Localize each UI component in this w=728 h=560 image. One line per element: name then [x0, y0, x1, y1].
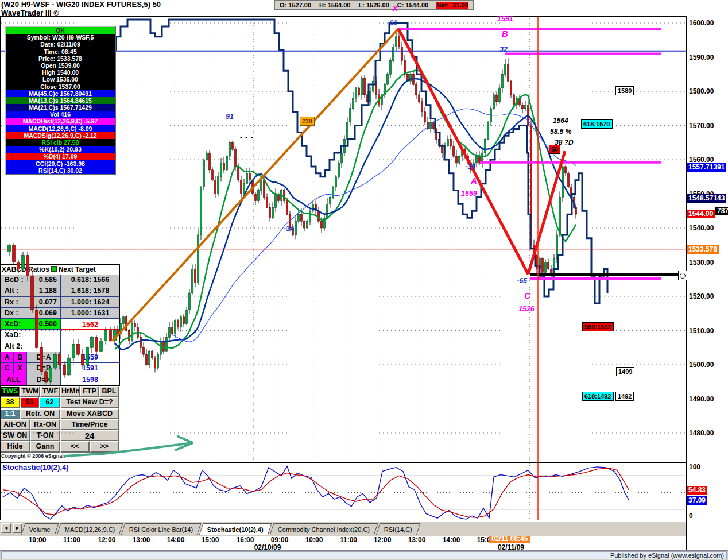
candle-body: [292, 228, 294, 235]
button-swon[interactable]: SW ON: [0, 430, 30, 441]
time-label: 15:00: [202, 536, 219, 544]
price-tick: 1540.00: [689, 224, 714, 232]
d-label-cell: D=X: [26, 374, 61, 385]
chart-annotation-C: C: [524, 291, 530, 300]
info-row: MA(13,C)s 1564.84615: [6, 97, 115, 104]
quote-o: O: 1527.00: [280, 2, 311, 9]
button-timeprice[interactable]: Time/Price: [60, 419, 119, 430]
point-button-x[interactable]: X: [14, 363, 27, 374]
candle-body: [321, 221, 323, 228]
chart-badge-1492: 1492: [615, 392, 634, 401]
chart-annotation-38D: 38 ?D: [555, 138, 574, 146]
tab-macd12269c[interactable]: MACD(12,26,9,C): [56, 523, 123, 535]
button-twm[interactable]: TWM: [20, 386, 40, 397]
info-row: Vol 416: [6, 111, 115, 118]
candle-body: [261, 180, 262, 191]
button-retron[interactable]: Retr. ON: [20, 408, 60, 419]
tab-scroll-right-button[interactable]: ►: [13, 523, 22, 533]
stoch-bottom-label: 0: [689, 512, 693, 520]
button-[interactable]: <<: [60, 441, 90, 452]
candle-body: [284, 191, 285, 201]
price-tick: 1490.00: [689, 395, 714, 403]
candle-body: [13, 245, 16, 262]
ratio-row: XaD:: [1, 330, 119, 341]
candle-body: [364, 78, 366, 95]
point-button-c[interactable]: C: [1, 363, 14, 374]
price-tick: 1530.00: [689, 258, 714, 267]
stochastic-title: Stochastic(10(2),4): [2, 463, 69, 472]
price-tick: 1580.00: [689, 87, 714, 95]
price-axis[interactable]: 1600.001590.001580.001570.001560.001550.…: [686, 16, 728, 550]
time-axis[interactable]: 10:0011:0012:0013:0014:0015:0016:0009:00…: [0, 535, 686, 550]
button-ftp[interactable]: FTP: [80, 386, 99, 397]
copyright-label: Copyright © 2006 eSignal.: [1, 453, 65, 459]
info-row: CCI(20,C) -163.98: [6, 160, 115, 167]
candle-body: [266, 197, 268, 207]
candle-body: [232, 142, 234, 149]
tab-stochastic1024[interactable]: Stochastic(10(2),4): [199, 523, 272, 535]
status-bar: Published by eSignal (www.esignal.com): [0, 550, 728, 560]
candle-body: [439, 139, 440, 146]
button-11[interactable]: 1:1: [0, 408, 20, 419]
candle-body: [387, 74, 389, 84]
candle-body: [192, 269, 193, 293]
button-38[interactable]: 38: [0, 397, 20, 408]
ratio-target-cell: 0.618: 1566: [61, 275, 119, 285]
d-value-cell: 1591: [61, 363, 119, 374]
status-text: Published by eSignal (www.esignal.com): [1, 551, 727, 559]
candle-body: [513, 95, 515, 105]
tab-rsicolorlinebar14[interactable]: RSI Color Line Bar(14): [121, 523, 202, 535]
button-rxon[interactable]: Rx-ON: [30, 419, 60, 430]
button-twf[interactable]: TWF: [40, 386, 60, 397]
button-testnewd[interactable]: Test New D=?: [60, 397, 119, 408]
candle-body: [312, 204, 314, 211]
candle-body: [215, 180, 216, 194]
price-badge-154400: 1544.00: [687, 210, 715, 218]
candle-body: [243, 184, 245, 194]
point-button-all[interactable]: ALL: [1, 374, 26, 385]
candle-body: [502, 74, 504, 88]
candle-body: [269, 207, 271, 218]
candle-body: [131, 324, 133, 341]
button-alton[interactable]: Alt-ON: [0, 419, 30, 430]
button-hrmn[interactable]: HrMn: [60, 386, 80, 397]
candle-body: [226, 156, 228, 170]
button-24[interactable]: 24: [60, 430, 119, 441]
tab-scroll-left-button[interactable]: ◄: [1, 523, 11, 533]
button-bpl[interactable]: BPL: [99, 386, 119, 397]
tab-rsi14c[interactable]: RSI(14,C): [376, 523, 421, 535]
button-movexabcd[interactable]: Move XABCD: [60, 408, 119, 419]
ratio-target-cell: 1.000: 1631: [61, 308, 119, 319]
tab-volume[interactable]: Volume: [21, 523, 59, 535]
candle-body: [154, 358, 156, 368]
chart-annotation-585: 58.5 %: [550, 128, 571, 136]
candle-body: [209, 153, 211, 170]
d-target-drag-handle[interactable]: [678, 271, 687, 280]
candle-body: [315, 204, 317, 211]
candle-body: [350, 109, 351, 122]
price-badge-154857143: 1548.57143: [687, 194, 726, 203]
candle-body: [444, 146, 446, 153]
time-label: 11:00: [63, 536, 80, 544]
tab-commoditychannelindex20c[interactable]: Commodity Channel Index(20,C): [270, 523, 378, 535]
candle-body: [516, 98, 518, 105]
button-hide[interactable]: Hide: [0, 441, 30, 452]
candle-body: [416, 84, 417, 95]
chart-badge-50: 50: [549, 145, 560, 154]
button-51[interactable]: 51: [20, 397, 39, 408]
button-[interactable]: >>: [90, 441, 119, 452]
chart-annotation-32: 32: [499, 45, 508, 53]
point-button-b[interactable]: B: [14, 352, 27, 363]
button-62[interactable]: 62: [39, 397, 60, 408]
button-ton[interactable]: T-ON: [30, 430, 60, 441]
button-tws[interactable]: TWS: [0, 386, 20, 397]
candle-body: [289, 214, 291, 228]
button-gann[interactable]: Gann: [30, 441, 60, 452]
point-button-a[interactable]: A: [1, 352, 14, 363]
ratio-target-cell: [61, 330, 119, 341]
candle-body: [200, 187, 202, 235]
button-row: 1:1Retr. ONMove XABCD: [0, 408, 119, 419]
candle-body: [358, 88, 360, 95]
candle-body: [212, 170, 214, 180]
candle-body: [298, 214, 300, 221]
